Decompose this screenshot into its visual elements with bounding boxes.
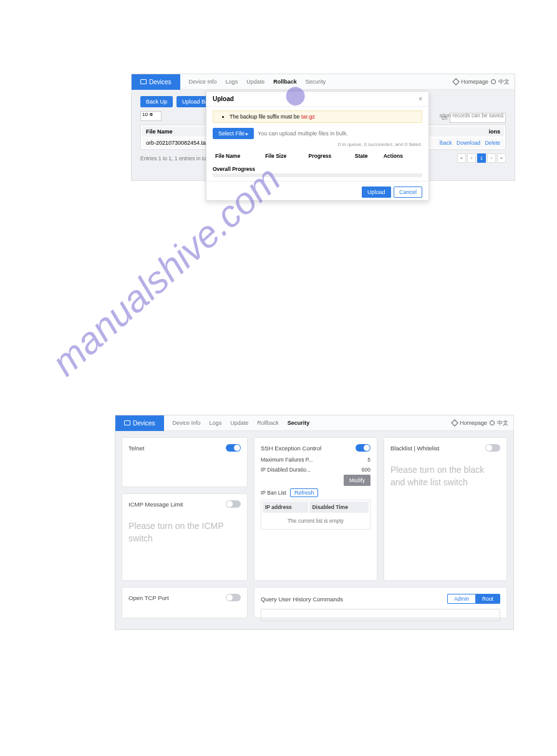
nav-deviceinfo[interactable]: Device Info [173,420,201,426]
user-tabs: Admin Root [447,594,500,604]
main-nav: Device Info Logs Update Rollback Securit… [180,79,335,85]
bulk-hint: You can upload multiple files in bulk. [258,130,348,137]
cancel-button[interactable]: Cancel [394,187,422,198]
topbar: Devices Device Info Logs Update Rollback… [115,415,513,431]
icmp-title: ICMP Message Limit [128,501,183,508]
nav-logs[interactable]: Logs [210,420,222,426]
delete-link[interactable]: Delete [485,140,500,146]
page-first[interactable]: « [457,153,466,163]
topbar: Devices Device Info Logs Update Rollback… [132,74,515,90]
upload-modal: Upload × The backup file suffix must be … [206,91,429,201]
devices-button[interactable]: Devices [115,415,164,431]
alert-box: The backup file suffix must be tar.gz [213,110,422,123]
screenshot-security: Devices Device Info Logs Update Rollback… [115,415,514,630]
col-disabled-time: Disabled Time [309,502,369,513]
refresh-button[interactable]: Refresh [290,488,319,497]
tab-root[interactable]: Root [475,594,500,604]
nav-update[interactable]: Update [246,79,264,85]
max-fail-label: Maximum Failures P... [261,457,312,463]
home-icon [451,419,458,426]
page-next[interactable]: › [487,153,496,163]
tab-admin[interactable]: Admin [447,594,475,604]
nav-logs[interactable]: Logs [226,79,238,85]
pager: « ‹ 1 › » [457,153,506,163]
globe-icon [490,420,495,425]
ssh-title: SSH Exception Control [261,445,321,452]
overall-progressbar [213,173,422,177]
bw-title: Blacklist | Whitelist [390,445,439,452]
ssh-card: SSH Exception Control Maximum Failures P… [254,437,377,581]
nav-security[interactable]: Security [306,79,326,85]
nav-rollback[interactable]: Rollback [273,79,297,85]
banlist-table: IP address Disabled Time The current lis… [261,500,371,530]
ucol-state: State [354,151,381,161]
page-prev[interactable]: ‹ [467,153,476,163]
devices-label: Devices [149,74,172,90]
tcp-card: Open TCP Port [122,587,248,618]
page-last[interactable]: » [497,153,506,163]
devices-label: Devices [133,415,155,431]
tcp-toggle[interactable] [226,594,241,601]
devices-icon [140,79,147,84]
alert-prefix: The backup file suffix must be [230,114,301,120]
lang-link[interactable]: 中文 [498,78,510,86]
telnet-toggle[interactable] [226,444,241,452]
pagesize-select[interactable]: 10 ≑ [140,111,162,121]
ucol-progress: Progress [307,151,352,161]
download-link[interactable]: Download [457,140,480,146]
nav-security[interactable]: Security [288,420,310,426]
close-icon[interactable]: × [419,95,422,102]
ucol-name: File Name [214,151,263,161]
icmp-placeholder: Please turn on the ICMP switch [128,520,241,545]
banlist-label: IP Ban List [261,490,286,496]
dur-value: 600 [362,467,371,473]
query-title: Query User History Commands [261,596,343,603]
icmp-toggle[interactable] [226,500,241,508]
homepage-link[interactable]: Homepage [461,79,488,85]
telnet-title: Telnet [128,445,144,452]
bw-card: Blacklist | Whitelist Please turn on the… [384,437,507,581]
home-icon [452,78,459,85]
ssh-toggle[interactable] [356,444,371,452]
topbar-right: Homepage 中文 [452,419,513,427]
ucol-size: File Size [264,151,306,161]
rollback-link[interactable]: lback [440,140,452,146]
upload-table: File Name File Size Progress State Actio… [213,150,422,162]
max-fail-value: 5 [367,457,371,463]
tcp-title: Open TCP Port [128,594,169,601]
globe-icon [491,79,496,84]
lang-link[interactable]: 中文 [497,419,508,427]
security-body: Telnet SSH Exception Control Maximum Fai… [115,431,513,624]
page-1[interactable]: 1 [477,153,486,163]
backup-button[interactable]: Back Up [140,96,173,107]
entries-text: Entries 1 to 1, 1 entries in to [140,155,206,162]
bw-toggle[interactable] [485,444,500,452]
devices-icon [124,420,130,425]
overall-label: Overall Progress [213,166,422,172]
icmp-card: ICMP Message Limit Please turn on the IC… [122,493,248,581]
query-card: Query User History Commands Admin Root [254,587,507,618]
screenshot-rollback: Devices Device Info Logs Update Rollback… [131,74,515,181]
alert-suffix: tar.gz [301,114,315,120]
nav-rollback[interactable]: Rollback [257,420,279,426]
records-note: ation records can be saved. [440,112,505,119]
bw-placeholder: Please turn on the black and white list … [390,464,500,488]
main-nav: Device Info Logs Update Rollback Securit… [164,420,319,426]
dur-label: IP Disabled Duratio... [261,467,311,473]
modal-title: Upload [213,95,234,102]
upload-button[interactable]: Upload [362,187,391,198]
ucol-actions: Actions [382,151,421,161]
nav-update[interactable]: Update [230,420,248,426]
modify-button[interactable]: Modify [344,475,371,486]
topbar-right: Homepage 中文 [453,78,515,86]
homepage-link[interactable]: Homepage [460,420,487,426]
nav-deviceinfo[interactable]: Device Info [189,79,217,85]
upload-status: 0 in queue, 0 succeeded, and 0 failed. [213,142,422,147]
col-ip: IP address [263,502,308,513]
select-file-button[interactable]: Select File [213,128,254,139]
devices-button[interactable]: Devices [132,74,180,90]
telnet-card: Telnet [122,437,248,487]
empty-row: The current list is empty [263,514,369,528]
command-output [261,609,500,621]
